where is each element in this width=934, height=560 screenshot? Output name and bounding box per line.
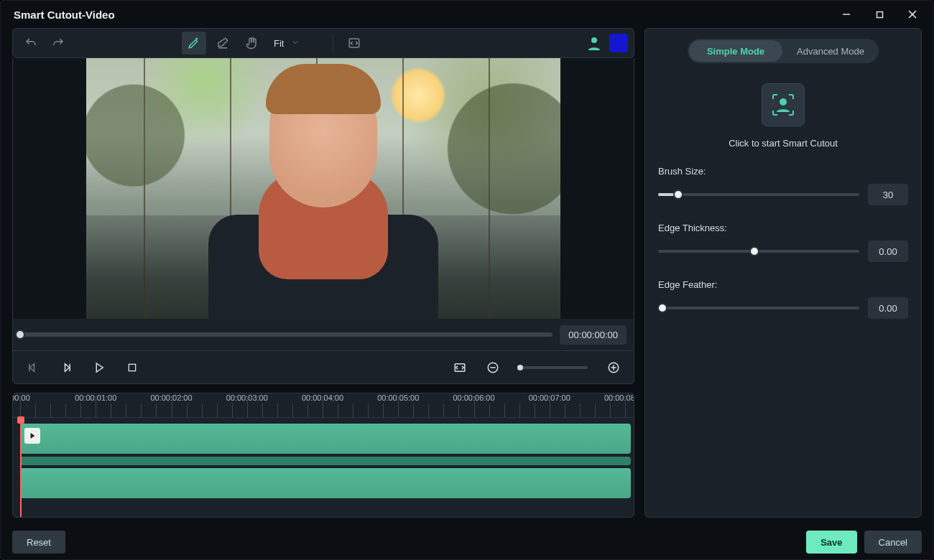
tab-advanced-mode[interactable]: Advanced Mode — [784, 40, 877, 62]
zoom-fit-dropdown[interactable]: Fit — [268, 32, 324, 54]
window-title: Smart Cutout-Video — [14, 9, 115, 21]
svg-point-8 — [591, 37, 597, 43]
brush-add-tool[interactable] — [182, 32, 206, 55]
zoom-out-button[interactable] — [481, 356, 504, 379]
toolbar-separator — [333, 34, 333, 52]
video-clip-top[interactable] — [20, 424, 631, 454]
mode-tabs: Simple Mode Advanced Mode — [688, 39, 879, 63]
save-button[interactable]: Save — [806, 531, 856, 554]
pan-tool[interactable] — [239, 32, 264, 55]
tab-simple-mode[interactable]: Simple Mode — [689, 40, 782, 62]
seek-thumb[interactable] — [15, 330, 25, 340]
titlebar: Smart Cutout-Video — [1, 1, 933, 28]
edge-feather-slider[interactable] — [658, 307, 859, 309]
edge-feather-value[interactable]: 0.00 — [868, 297, 908, 319]
svg-marker-9 — [30, 363, 34, 371]
edge-feather-slider-thumb[interactable] — [657, 303, 667, 313]
maximize-button[interactable] — [863, 3, 896, 26]
clip-play-icon — [24, 428, 40, 444]
next-frame-button[interactable] — [55, 356, 78, 379]
brush-size-slider-thumb[interactable] — [673, 190, 683, 200]
fit-screen-button[interactable] — [448, 356, 471, 379]
start-smart-cutout-button[interactable] — [762, 83, 805, 126]
close-button[interactable] — [896, 3, 929, 26]
minimize-button[interactable] — [830, 3, 863, 26]
playhead[interactable] — [20, 418, 22, 517]
brush-size-label: Brush Size: — [658, 166, 908, 177]
video-frame-placeholder — [86, 58, 560, 319]
stop-button[interactable] — [121, 356, 144, 379]
timecode-readout: 00:00:00:00 — [560, 325, 626, 345]
clip-divider — [20, 457, 631, 465]
play-button[interactable] — [88, 356, 111, 379]
svg-marker-11 — [65, 363, 70, 371]
undo-button[interactable] — [19, 32, 43, 55]
background-color-swatch[interactable] — [609, 34, 628, 52]
ruler-label: 00:00 — [12, 393, 30, 402]
edge-thickness-slider[interactable] — [658, 250, 859, 253]
chevron-down-icon — [291, 38, 300, 49]
zoom-slider[interactable] — [519, 366, 588, 369]
svg-marker-13 — [96, 363, 103, 372]
seek-row: 00:00:00:00 — [13, 319, 634, 350]
redo-button[interactable] — [46, 32, 70, 55]
foreground-mask-icon[interactable] — [585, 34, 604, 52]
zoom-fit-label: Fit — [274, 38, 284, 49]
cancel-button[interactable]: Cancel — [864, 531, 922, 554]
start-smart-cutout-label: Click to start Smart Cutout — [729, 138, 838, 149]
brush-size-slider[interactable] — [658, 193, 859, 196]
ruler-label: 00:00:08:00 — [604, 393, 634, 402]
reset-button[interactable]: Reset — [12, 531, 65, 554]
edge-thickness-field: Edge Thickness: 0.00 — [658, 223, 908, 262]
timeline-ruler[interactable]: 00:0000:00:01:0000:00:02:0000:00:03:0000… — [13, 393, 634, 418]
edge-thickness-slider-thumb[interactable] — [749, 246, 759, 256]
compare-toggle[interactable] — [342, 32, 366, 55]
svg-rect-1 — [877, 11, 882, 17]
prev-frame-button[interactable] — [22, 356, 45, 379]
side-panel: Simple Mode Advanced Mode Click to start… — [644, 28, 922, 518]
transport-bar — [13, 350, 634, 383]
edge-feather-label: Edge Feather: — [658, 279, 908, 290]
edge-thickness-label: Edge Thickness: — [658, 223, 908, 233]
seek-bar[interactable] — [20, 332, 552, 337]
zoom-slider-thumb[interactable] — [517, 365, 523, 370]
preview-panel: 00:00:00:00 — [12, 58, 634, 384]
svg-marker-21 — [31, 433, 35, 439]
video-clip-bottom[interactable] — [20, 468, 631, 498]
edge-feather-field: Edge Feather: 0.00 — [658, 279, 908, 319]
timeline-panel: 00:0000:00:01:0000:00:02:0000:00:03:0000… — [12, 393, 634, 518]
timeline-tracks[interactable] — [13, 418, 634, 517]
brush-size-field: Brush Size: 30 — [658, 166, 908, 205]
brush-size-value[interactable]: 30 — [868, 184, 908, 205]
footer: Reset Save Cancel — [1, 525, 933, 559]
edge-thickness-value[interactable]: 0.00 — [868, 241, 908, 262]
zoom-in-button[interactable] — [602, 356, 625, 379]
video-preview[interactable] — [13, 58, 634, 319]
toolbar: Fit — [12, 28, 634, 58]
eraser-tool[interactable] — [211, 32, 235, 55]
window-controls — [830, 3, 929, 26]
svg-rect-14 — [129, 364, 135, 370]
svg-point-22 — [780, 98, 787, 106]
